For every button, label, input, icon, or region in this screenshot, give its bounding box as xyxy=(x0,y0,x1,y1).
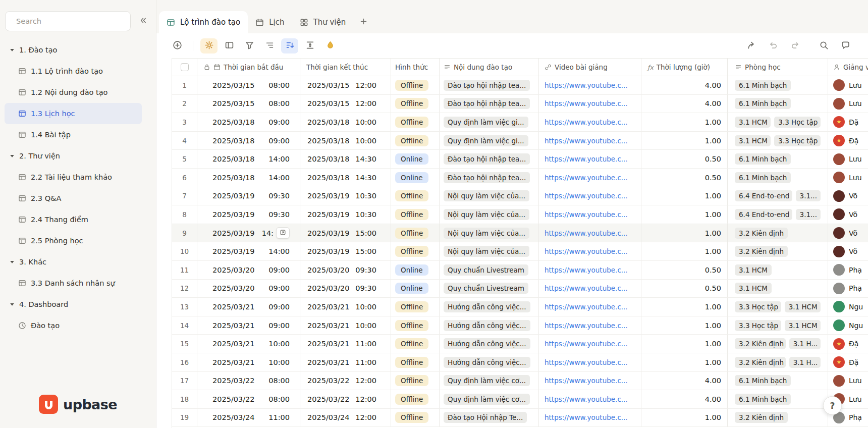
cell-content[interactable]: Nội quy làm việc của... xyxy=(440,242,539,260)
cell-teacher[interactable]: Ngu xyxy=(828,316,868,335)
cell-end-time[interactable]: 2025/03/1915:00 xyxy=(300,224,391,242)
cell-teacher[interactable]: ★Đặ xyxy=(828,353,868,371)
cell-mode[interactable]: Offline xyxy=(391,372,440,390)
video-link[interactable]: https://www.youtube.c... xyxy=(545,395,628,403)
column-header-2[interactable]: Thời gian kết thúc xyxy=(300,59,391,76)
cell-rooms[interactable]: 3.2 Kiên định xyxy=(728,224,828,242)
sidebar-section-1[interactable]: 1. Đào tạo xyxy=(5,39,142,61)
row-number-cell[interactable]: 15 xyxy=(172,335,197,353)
cell-start-time[interactable]: 2025/03/1508:00 xyxy=(197,76,300,94)
cell-rooms[interactable]: 3.3 Học tập3.1 HCM xyxy=(728,316,828,335)
video-link[interactable]: https://www.youtube.c... xyxy=(545,210,628,219)
column-header-8[interactable]: Giảng viên xyxy=(828,59,868,76)
cell-end-time[interactable]: 2025/03/2212:00 xyxy=(300,372,391,390)
cell-content[interactable]: Quy định làm việc cơ... xyxy=(440,390,539,408)
cell-end-time[interactable]: 2025/03/1810:00 xyxy=(300,132,391,150)
search-records-button[interactable] xyxy=(815,38,832,54)
cell-duration[interactable]: 4.00 xyxy=(641,76,728,94)
video-link[interactable]: https://www.youtube.c... xyxy=(545,322,628,330)
video-link[interactable]: https://www.youtube.c... xyxy=(545,358,628,366)
sidebar-item[interactable]: 1.1 Lộ trình đào tạo xyxy=(5,61,142,82)
cell-rooms[interactable]: 6.1 Minh bạch xyxy=(728,169,828,187)
cell-start-time[interactable]: 2025/03/1909:30 xyxy=(197,205,300,224)
cell-video[interactable]: https://www.youtube.c... xyxy=(539,169,641,187)
cell-content[interactable]: Đào tạo hội nhập tea... xyxy=(440,76,539,94)
cell-end-time[interactable]: 2025/03/2111:00 xyxy=(300,335,391,353)
cell-video[interactable]: https://www.youtube.c... xyxy=(539,95,641,113)
video-link[interactable]: https://www.youtube.c... xyxy=(545,377,628,385)
video-link[interactable]: https://www.youtube.c... xyxy=(545,137,628,145)
cell-duration[interactable]: 1.00 xyxy=(641,316,728,335)
cell-duration[interactable]: 1.00 xyxy=(641,409,728,427)
cell-start-time[interactable]: 2025/03/1809:00 xyxy=(197,113,300,131)
cell-teacher[interactable]: Lưu xyxy=(828,150,868,168)
video-link[interactable]: https://www.youtube.c... xyxy=(545,118,628,126)
cell-end-time[interactable]: 2025/03/2110:00 xyxy=(300,316,391,335)
cell-end-time[interactable]: 2025/03/2212:00 xyxy=(300,390,391,408)
cell-rooms[interactable]: 3.2 Kiên định3.1 H... xyxy=(728,353,828,371)
cell-mode[interactable]: Online xyxy=(391,280,440,298)
sort-button[interactable] xyxy=(281,38,298,54)
cell-rooms[interactable]: 6.1 Minh bạch xyxy=(728,390,828,408)
cell-teacher[interactable]: ★Đặ xyxy=(828,335,868,353)
cell-content[interactable]: Quy định làm việc cơ... xyxy=(440,372,539,390)
cell-video[interactable]: https://www.youtube.c... xyxy=(539,353,641,371)
cell-start-time[interactable]: 2025/03/1508:00 xyxy=(197,95,300,113)
color-button[interactable] xyxy=(321,38,339,54)
cell-mode[interactable]: Offline xyxy=(391,187,440,205)
cell-teacher[interactable]: Lưu xyxy=(828,76,868,94)
cell-mode[interactable]: Offline xyxy=(391,316,440,335)
sidebar-item[interactable]: 3.3 Danh sách nhân sự xyxy=(5,273,142,294)
sidebar-section-4[interactable]: 4. Dashboard xyxy=(5,294,142,315)
cell-end-time[interactable]: 2025/03/2009:30 xyxy=(300,280,391,298)
cell-content[interactable]: Hướng dẫn công việc... xyxy=(440,335,539,353)
video-link[interactable]: https://www.youtube.c... xyxy=(545,229,628,237)
cell-duration[interactable]: 1.00 xyxy=(641,353,728,371)
video-link[interactable]: https://www.youtube.c... xyxy=(545,413,628,421)
cell-start-time[interactable]: 2025/03/2411:00 xyxy=(197,409,300,427)
sidebar-item[interactable]: 1.4 Bài tập xyxy=(5,124,142,145)
cell-start-time[interactable]: 2025/03/2110:00 xyxy=(197,353,300,371)
cell-content[interactable]: Quy định làm việc gi... xyxy=(440,113,539,131)
row-number-cell[interactable]: 6 xyxy=(172,169,197,187)
cell-start-time[interactable]: 2025/03/1814:00 xyxy=(197,150,300,168)
cell-start-time[interactable]: 2025/03/2009:00 xyxy=(197,280,300,298)
cell-rooms[interactable]: 3.1 HCM xyxy=(728,280,828,298)
cell-duration[interactable]: 1.00 xyxy=(641,224,728,242)
cell-content[interactable]: Hướng dẫn công việc... xyxy=(440,316,539,335)
cell-teacher[interactable]: Phạ xyxy=(828,280,868,298)
help-button[interactable]: ? xyxy=(823,396,842,415)
cell-end-time[interactable]: 2025/03/1512:00 xyxy=(300,76,391,94)
cell-end-time[interactable]: 2025/03/2110:00 xyxy=(300,298,391,316)
cell-mode[interactable]: Offline xyxy=(391,390,440,408)
sidebar-item[interactable]: 2.5 Phòng học xyxy=(5,230,142,251)
cell-duration[interactable]: 1.00 xyxy=(641,113,728,131)
video-link[interactable]: https://www.youtube.c... xyxy=(545,174,628,182)
cell-video[interactable]: https://www.youtube.c... xyxy=(539,335,641,353)
cell-mode[interactable]: Offline xyxy=(391,95,440,113)
video-link[interactable]: https://www.youtube.c... xyxy=(545,192,628,200)
cell-teacher[interactable]: Lưu xyxy=(828,169,868,187)
cell-video[interactable]: https://www.youtube.c... xyxy=(539,150,641,168)
row-number-cell[interactable]: 12 xyxy=(172,280,197,298)
video-link[interactable]: https://www.youtube.c... xyxy=(545,266,628,274)
video-link[interactable]: https://www.youtube.c... xyxy=(545,247,628,255)
row-number-cell[interactable]: 2 xyxy=(172,95,197,113)
cell-mode[interactable]: Offline xyxy=(391,76,440,94)
cell-mode[interactable]: Offline xyxy=(391,409,440,427)
cell-content[interactable]: Đào tạo hội nhập tea... xyxy=(440,169,539,187)
cell-start-time[interactable]: 2025/03/1909:30 xyxy=(197,187,300,205)
cell-mode[interactable]: Online xyxy=(391,169,440,187)
view-tab-3[interactable]: Thư viện xyxy=(292,11,354,33)
search-box[interactable] xyxy=(5,11,131,31)
row-number-cell[interactable]: 1 xyxy=(172,76,197,94)
cell-content[interactable]: Quy chuẩn Livestream xyxy=(440,261,539,279)
row-number-cell[interactable]: 13 xyxy=(172,298,197,316)
cell-mode[interactable]: Offline xyxy=(391,113,440,131)
row-number-cell[interactable]: 7 xyxy=(172,187,197,205)
cell-start-time[interactable]: 2025/03/2110:00 xyxy=(197,335,300,353)
cell-mode[interactable]: Online xyxy=(391,150,440,168)
cell-video[interactable]: https://www.youtube.c... xyxy=(539,224,641,242)
cell-duration[interactable]: 1.00 xyxy=(641,335,728,353)
cell-rooms[interactable]: 3.1 HCM xyxy=(728,261,828,279)
